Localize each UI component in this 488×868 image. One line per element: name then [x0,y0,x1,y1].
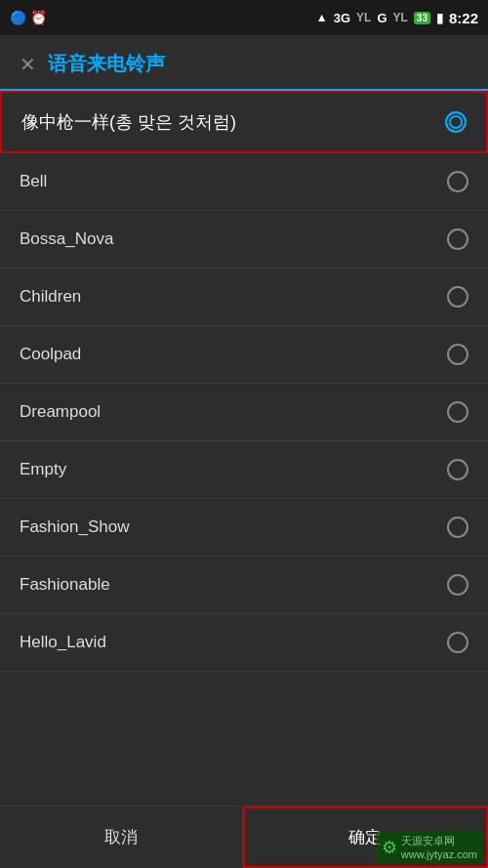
battery-icon: ▮ [436,11,443,25]
ringtone-label-bell: Bell [20,172,47,191]
clock-icon: ⏰ [30,10,47,25]
radio-button-children [447,286,468,308]
network-3g-label: 3G [334,11,350,25]
ringtone-label-fashion-show: Fashion_Show [20,517,129,537]
watermark: ⚙ 天源安卓网 www.jytyaz.com [376,831,483,863]
radio-button-dreampool [447,401,468,423]
status-right: ▲ 3G YL G YL 33 ▮ 8:22 [316,10,478,26]
radio-button-bossa-nova [447,228,468,250]
ringtone-item-bell[interactable]: Bell [0,153,488,211]
network-type-label: YL [356,11,371,24]
ringtone-label-dreampool: Dreampool [20,402,101,422]
ringtone-item-hello-lavid[interactable]: Hello_Lavid [0,614,488,672]
ringtone-label-children: Children [20,287,81,307]
dialog-title: 语音来电铃声 [48,51,165,77]
radio-button-bell [447,171,468,192]
radio-button-hello-lavid [447,632,468,653]
ringtone-item-dreampool[interactable]: Dreampool [0,384,488,441]
ringtone-item-coolpad[interactable]: Coolpad [0,326,488,384]
watermark-brand: 天源安卓网 [401,834,477,848]
ringtone-label-hello-lavid: Hello_Lavid [20,633,106,652]
ringtone-label-fashionable: Fashionable [20,575,110,595]
back-button[interactable]: ✕ [20,53,36,76]
watermark-text-group: 天源安卓网 www.jytyaz.com [401,834,477,860]
ringtone-item-fashionable[interactable]: Fashionable [0,557,488,614]
dialog-title-bar: ✕ 语音来电铃声 [0,35,488,91]
ringtone-list: 像中枪一样(총 맞은 것처럼) Bell Bossa_Nova Children… [0,91,488,868]
wifi-icon: ▲ [316,11,328,24]
ringtone-label-empty: Empty [20,460,66,479]
ringtone-label-coolpad: Coolpad [20,345,81,364]
ringtone-item-bossa-nova[interactable]: Bossa_Nova [0,211,488,269]
watermark-url: www.jytyaz.com [401,848,477,860]
ringtone-item-empty[interactable]: Empty [0,441,488,499]
colorful-icon: 🔵 [10,10,26,25]
status-left: 🔵 ⏰ [10,10,47,25]
radio-button-coolpad [447,344,468,365]
radio-button-selected [445,111,467,133]
network-g-label: G [377,11,386,25]
radio-button-empty [447,459,468,480]
watermark-logo: ⚙ [382,837,397,858]
ringtone-item-fashion-show[interactable]: Fashion_Show [0,499,488,557]
network-type-2-label: YL [393,11,408,24]
radio-button-fashion-show [447,517,468,538]
ringtone-dialog: ✕ 语音来电铃声 像中枪一样(총 맞은 것처럼) Bell Bossa_Nova… [0,35,488,868]
status-bar: 🔵 ⏰ ▲ 3G YL G YL 33 ▮ 8:22 [0,0,488,35]
network-badge: 33 [414,12,430,24]
ringtone-item-children[interactable]: Children [0,269,488,326]
ringtone-label-selected: 像中枪一样(총 맞은 것처럼) [21,110,236,134]
cancel-button[interactable]: 取消 [0,806,242,868]
ringtone-label-bossa-nova: Bossa_Nova [20,229,113,249]
ringtone-item-selected[interactable]: 像中枪一样(총 맞은 것처럼) [0,91,488,153]
radio-button-fashionable [447,574,468,596]
time-display: 8:22 [449,10,478,26]
